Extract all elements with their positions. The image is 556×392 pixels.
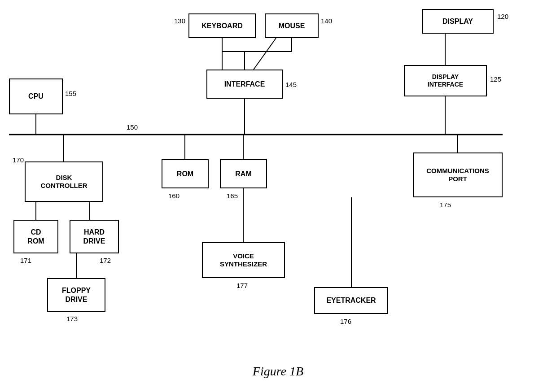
label-130: 130	[174, 17, 185, 25]
label-176: 176	[340, 318, 351, 325]
display-interface-box: DISPLAYINTERFACE	[404, 65, 487, 96]
interface-box: INTERFACE	[206, 70, 283, 99]
cd-rom-box: CDROM	[13, 220, 58, 253]
label-177: 177	[236, 282, 248, 289]
voice-synthesizer-label: VOICESYNTHESIZER	[220, 252, 267, 268]
display-interface-label: DISPLAYINTERFACE	[428, 73, 463, 88]
display-box: DISPLAY	[422, 9, 494, 34]
ram-box: RAM	[220, 159, 267, 188]
label-140: 140	[321, 17, 332, 25]
floppy-drive-label: FLOPPYDRIVE	[62, 286, 91, 303]
hard-drive-label: HARDDRIVE	[83, 228, 105, 245]
cpu-box: CPU	[9, 78, 63, 114]
label-120: 120	[497, 13, 508, 20]
label-150: 150	[127, 123, 138, 131]
cd-rom-label: CDROM	[27, 228, 44, 245]
disk-controller-label: DISKCONTROLLER	[40, 174, 87, 190]
figure-caption: Figure 1B	[253, 364, 303, 379]
rom-box: ROM	[162, 159, 209, 188]
label-160: 160	[168, 192, 179, 200]
diagram-container: KEYBOARD MOUSE DISPLAY CPU INTERFACE DIS…	[0, 0, 556, 392]
label-125: 125	[490, 75, 501, 83]
svg-line-5	[254, 38, 276, 70]
label-175: 175	[440, 201, 451, 209]
communications-port-label: COMMUNICATIONSPORT	[426, 167, 489, 183]
label-170: 170	[13, 156, 24, 164]
hard-drive-box: HARDDRIVE	[70, 220, 119, 253]
label-172: 172	[100, 257, 111, 264]
mouse-box: MOUSE	[265, 13, 319, 38]
communications-port-box: COMMUNICATIONSPORT	[413, 152, 503, 197]
disk-controller-box: DISKCONTROLLER	[25, 161, 103, 202]
voice-synthesizer-box: VOICESYNTHESIZER	[202, 242, 285, 278]
eyetracker-box: EYETRACKER	[314, 287, 388, 314]
label-155: 155	[65, 90, 76, 97]
keyboard-box: KEYBOARD	[188, 13, 256, 38]
floppy-drive-box: FLOPPYDRIVE	[47, 278, 105, 312]
label-145: 145	[285, 81, 297, 88]
label-173: 173	[66, 315, 78, 322]
label-165: 165	[227, 192, 238, 200]
label-171: 171	[20, 257, 31, 264]
